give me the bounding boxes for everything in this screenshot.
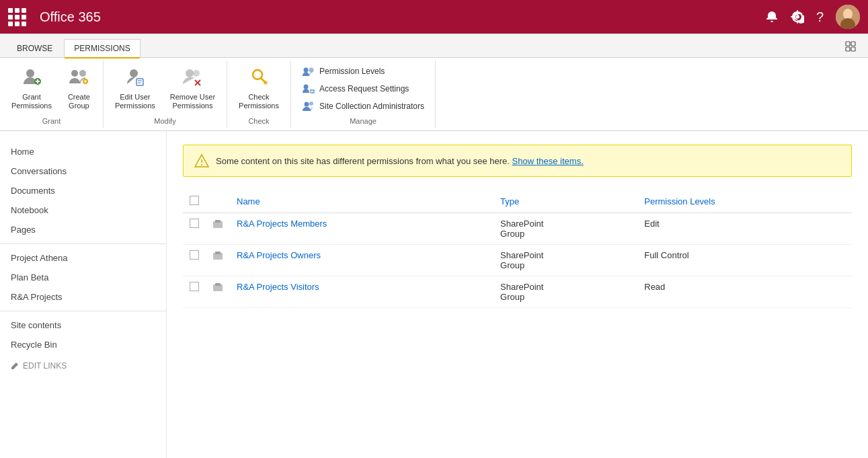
ribbon: Grant Permissions Create Group — [0, 58, 868, 131]
sidebar-item-home[interactable]: Home — [0, 142, 166, 161]
sidebar-item-notebook[interactable]: Notebook — [0, 200, 166, 220]
svg-rect-5 — [846, 42, 850, 46]
col-header-select — [183, 190, 206, 213]
col-header-permission-levels[interactable]: Permission Levels — [637, 190, 852, 213]
manage-group-items: Permission Levels Access Request Setting… — [299, 63, 427, 114]
svg-point-18 — [130, 69, 138, 77]
grant-group-items: Grant Permissions Create Group — [5, 63, 97, 114]
row2-permission-cell: Full Control — [637, 245, 852, 276]
check-group-label: Check — [233, 114, 285, 125]
edit-user-permissions-icon — [124, 67, 146, 91]
sidebar-item-project-athena[interactable]: Project Athena — [0, 248, 166, 268]
row3-permission-cell: Read — [637, 276, 852, 308]
remove-user-permissions-button[interactable]: Remove User Permissions — [164, 63, 221, 114]
create-group-label: Create Group — [68, 93, 90, 110]
svg-rect-7 — [846, 47, 850, 51]
edit-user-permissions-button[interactable]: Edit User Permissions — [109, 63, 161, 114]
svg-point-13 — [71, 70, 78, 77]
sidebar-item-site-contents[interactable]: Site contents — [0, 315, 166, 335]
main-layout: Home Conversations Documents Notebook Pa… — [0, 131, 868, 458]
svg-point-14 — [79, 70, 86, 77]
svg-point-35 — [304, 102, 309, 107]
modify-group-items: Edit User Permissions Remove User Permis… — [109, 63, 221, 114]
sidebar-edit-links[interactable]: EDIT LINKS — [0, 354, 166, 377]
sidebar-item-r-and-a-projects[interactable]: R&A Projects — [0, 287, 166, 307]
edit-links-label: EDIT LINKS — [23, 361, 67, 371]
svg-point-39 — [201, 164, 202, 165]
settings-icon[interactable] — [791, 10, 804, 24]
row1-name-link[interactable]: R&A Projects Members — [237, 219, 327, 229]
tab-browse[interactable]: BROWSE — [7, 39, 63, 57]
col-header-name[interactable]: Name — [230, 190, 494, 213]
manage-group-label: Manage — [299, 114, 427, 125]
col-header-type[interactable]: Type — [494, 190, 637, 213]
row2-group-icon — [212, 250, 223, 261]
svg-rect-43 — [215, 252, 221, 254]
select-all-checkbox[interactable] — [190, 196, 199, 205]
sidebar: Home Conversations Documents Notebook Pa… — [0, 131, 167, 458]
svg-point-23 — [193, 70, 200, 77]
pencil-icon — [11, 362, 19, 370]
app-launcher-icon[interactable] — [8, 8, 26, 26]
row2-name-link[interactable]: R&A Projects Owners — [237, 250, 321, 260]
check-permissions-button[interactable]: Check Permissions — [233, 63, 285, 114]
check-permissions-icon — [248, 67, 270, 91]
grant-group-label: Grant — [5, 114, 97, 125]
row2-icon-cell — [206, 245, 230, 276]
site-collection-administrators-item[interactable]: Site Collection Administrators — [299, 98, 427, 114]
sidebar-divider — [0, 243, 166, 244]
row3-name-cell: R&A Projects Visitors — [230, 276, 494, 308]
site-collection-administrators-label: Site Collection Administrators — [319, 102, 424, 111]
row2-checkbox[interactable] — [190, 250, 199, 260]
permission-levels-label: Permission Levels — [319, 67, 385, 76]
row1-name-cell: R&A Projects Members — [230, 213, 494, 245]
avatar[interactable] — [836, 5, 860, 29]
row3-name-link[interactable]: R&A Projects Visitors — [237, 282, 319, 292]
svg-rect-8 — [851, 47, 855, 51]
expand-ribbon-icon[interactable] — [840, 38, 861, 57]
sidebar-item-recycle-bin[interactable]: Recycle Bin — [0, 335, 166, 354]
ribbon-tabs: BROWSE PERMISSIONS — [0, 34, 868, 58]
row2-type-line2: Group — [500, 260, 524, 270]
svg-point-28 — [264, 81, 268, 85]
ribbon-group-modify: Edit User Permissions Remove User Permis… — [104, 61, 227, 128]
sidebar-item-pages[interactable]: Pages — [0, 220, 166, 239]
show-items-link[interactable]: Show these items. — [512, 156, 584, 166]
grant-permissions-button[interactable]: Grant Permissions — [5, 63, 58, 114]
top-bar-icons: ? — [765, 5, 860, 29]
ribbon-group-grant: Grant Permissions Create Group — [0, 61, 104, 128]
create-group-icon — [68, 67, 89, 91]
row1-icon-cell — [206, 213, 230, 245]
permission-levels-item[interactable]: Permission Levels — [299, 63, 427, 79]
create-group-button[interactable]: Create Group — [61, 63, 97, 114]
svg-rect-19 — [136, 79, 143, 85]
grant-permissions-icon — [21, 67, 42, 91]
modify-group-label: Modify — [109, 114, 221, 125]
row3-select-cell — [183, 276, 206, 308]
svg-rect-6 — [851, 42, 855, 46]
row1-checkbox[interactable] — [190, 219, 199, 228]
notifications-icon[interactable] — [765, 10, 779, 24]
row3-checkbox[interactable] — [190, 282, 199, 291]
svg-rect-41 — [215, 220, 221, 223]
grant-permissions-label: Grant Permissions — [11, 93, 52, 110]
warning-text: Some content on this site has different … — [216, 156, 584, 166]
row2-type-cell: SharePoint Group — [494, 245, 637, 276]
row3-type-line2: Group — [500, 292, 524, 302]
tab-permissions[interactable]: PERMISSIONS — [64, 39, 140, 58]
help-icon[interactable]: ? — [816, 9, 824, 25]
top-bar: Office 365 ? — [0, 0, 868, 34]
sidebar-item-conversations[interactable]: Conversations — [0, 161, 166, 181]
row2-name-cell: R&A Projects Owners — [230, 245, 494, 276]
remove-user-permissions-icon — [182, 67, 203, 91]
col-header-icon — [206, 190, 230, 213]
access-request-settings-item[interactable]: Access Request Settings — [299, 81, 427, 97]
sidebar-item-plan-beta[interactable]: Plan Beta — [0, 268, 166, 287]
sidebar-item-documents[interactable]: Documents — [0, 181, 166, 200]
warning-message: Some content on this site has different … — [216, 156, 510, 166]
check-group-items: Check Permissions — [233, 63, 285, 114]
table-row: R&A Projects Visitors SharePoint Group R… — [183, 276, 852, 308]
svg-point-29 — [303, 68, 308, 73]
svg-point-36 — [309, 102, 313, 106]
row1-permission-cell: Edit — [637, 213, 852, 245]
